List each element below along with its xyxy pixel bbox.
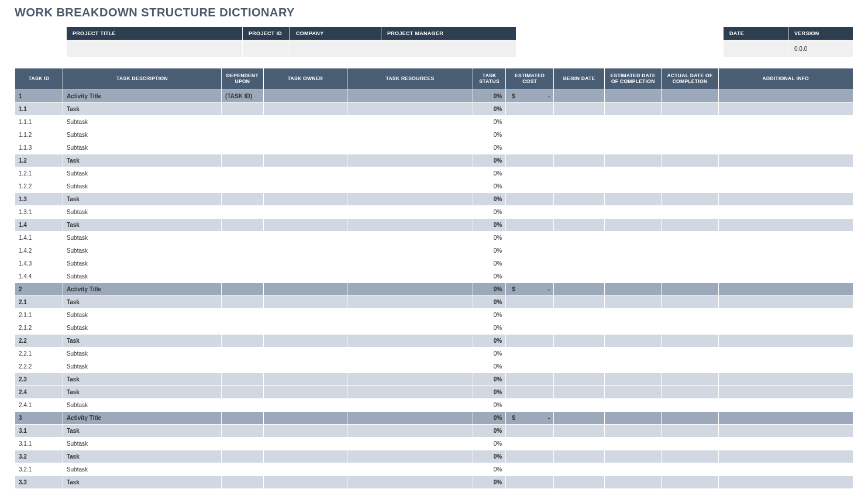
cell[interactable]	[506, 167, 554, 180]
cell[interactable]: 0%	[473, 309, 505, 322]
cell[interactable]	[662, 386, 718, 399]
cell[interactable]: 2.1	[15, 296, 63, 309]
cell[interactable]: Task	[63, 386, 221, 399]
cell[interactable]	[506, 463, 554, 476]
cell[interactable]	[347, 309, 473, 322]
cell[interactable]	[554, 244, 605, 257]
cell[interactable]	[554, 335, 605, 347]
cell[interactable]: 3.2.1	[15, 463, 63, 476]
cell[interactable]	[662, 116, 718, 129]
cell[interactable]	[347, 142, 473, 154]
cell[interactable]	[605, 257, 662, 270]
cell[interactable]: 1.4	[15, 219, 63, 232]
meta-cell[interactable]	[381, 40, 516, 57]
cell[interactable]	[263, 103, 347, 116]
cell[interactable]	[554, 476, 605, 489]
cell[interactable]	[506, 386, 554, 399]
cell[interactable]: 1.2.1	[15, 167, 63, 180]
cell[interactable]: (TASK ID)	[222, 90, 264, 103]
cell[interactable]	[554, 257, 605, 270]
cell[interactable]	[347, 103, 473, 116]
cell[interactable]	[222, 270, 264, 283]
cell[interactable]: 0%	[473, 450, 505, 463]
cell[interactable]	[718, 129, 853, 142]
cell[interactable]	[554, 309, 605, 322]
cell[interactable]	[347, 450, 473, 463]
cell[interactable]	[718, 296, 853, 309]
cell[interactable]	[662, 322, 718, 335]
cell[interactable]: Activity Title	[63, 90, 221, 103]
cell[interactable]: 0%	[473, 270, 505, 283]
cell[interactable]: 1.3	[15, 193, 63, 206]
cell[interactable]	[605, 360, 662, 373]
cell[interactable]	[506, 206, 554, 219]
cell[interactable]	[263, 90, 347, 103]
cell[interactable]	[554, 450, 605, 463]
cell[interactable]	[554, 347, 605, 360]
cell[interactable]	[506, 373, 554, 386]
cell[interactable]: 0%	[473, 399, 505, 412]
cell[interactable]	[263, 167, 347, 180]
cell[interactable]	[554, 90, 605, 103]
cell[interactable]	[662, 412, 718, 425]
cell[interactable]: 0%	[473, 476, 505, 489]
cell[interactable]	[554, 463, 605, 476]
cell[interactable]	[506, 193, 554, 206]
cell[interactable]	[506, 335, 554, 347]
cell[interactable]	[347, 386, 473, 399]
cell[interactable]	[506, 309, 554, 322]
cell[interactable]: 3.2	[15, 450, 63, 463]
cell[interactable]: Subtask	[63, 142, 221, 154]
cell[interactable]	[554, 219, 605, 232]
cell[interactable]: Subtask	[63, 438, 221, 450]
cell[interactable]	[347, 244, 473, 257]
cell[interactable]	[662, 142, 718, 154]
cell[interactable]: $-	[506, 412, 554, 425]
cell[interactable]	[506, 360, 554, 373]
cell[interactable]: 0%	[473, 244, 505, 257]
cell[interactable]	[605, 450, 662, 463]
cell[interactable]	[662, 450, 718, 463]
cell[interactable]	[605, 116, 662, 129]
cell[interactable]	[605, 244, 662, 257]
cell[interactable]	[662, 103, 718, 116]
cell[interactable]	[506, 425, 554, 438]
cell[interactable]	[506, 322, 554, 335]
cell[interactable]: 0%	[473, 412, 505, 425]
cell[interactable]	[605, 463, 662, 476]
cell[interactable]: $-	[506, 90, 554, 103]
cell[interactable]	[662, 425, 718, 438]
cell[interactable]	[263, 219, 347, 232]
cell[interactable]	[506, 296, 554, 309]
cell[interactable]: 0%	[473, 142, 505, 154]
cell[interactable]	[718, 373, 853, 386]
cell[interactable]: Subtask	[63, 463, 221, 476]
cell[interactable]	[222, 296, 264, 309]
cell[interactable]	[263, 463, 347, 476]
cell[interactable]	[263, 438, 347, 450]
cell[interactable]	[718, 386, 853, 399]
cell[interactable]	[554, 206, 605, 219]
cell[interactable]	[605, 425, 662, 438]
cell[interactable]	[222, 167, 264, 180]
cell[interactable]: 2.2.1	[15, 347, 63, 360]
cell[interactable]	[222, 116, 264, 129]
cell[interactable]	[662, 232, 718, 244]
cell[interactable]	[662, 90, 718, 103]
cell[interactable]: 3.1.1	[15, 438, 63, 450]
cell[interactable]	[347, 399, 473, 412]
cell[interactable]	[718, 206, 853, 219]
cell[interactable]	[347, 476, 473, 489]
cell[interactable]: 2.3	[15, 373, 63, 386]
cell[interactable]	[605, 154, 662, 167]
cell[interactable]	[605, 296, 662, 309]
cell[interactable]	[347, 335, 473, 347]
cell[interactable]	[718, 142, 853, 154]
cell[interactable]	[263, 206, 347, 219]
cell[interactable]	[605, 322, 662, 335]
cell[interactable]	[347, 360, 473, 373]
cell[interactable]	[222, 283, 264, 296]
cell[interactable]: 2.4.1	[15, 399, 63, 412]
cell[interactable]	[222, 180, 264, 193]
cell[interactable]	[347, 296, 473, 309]
